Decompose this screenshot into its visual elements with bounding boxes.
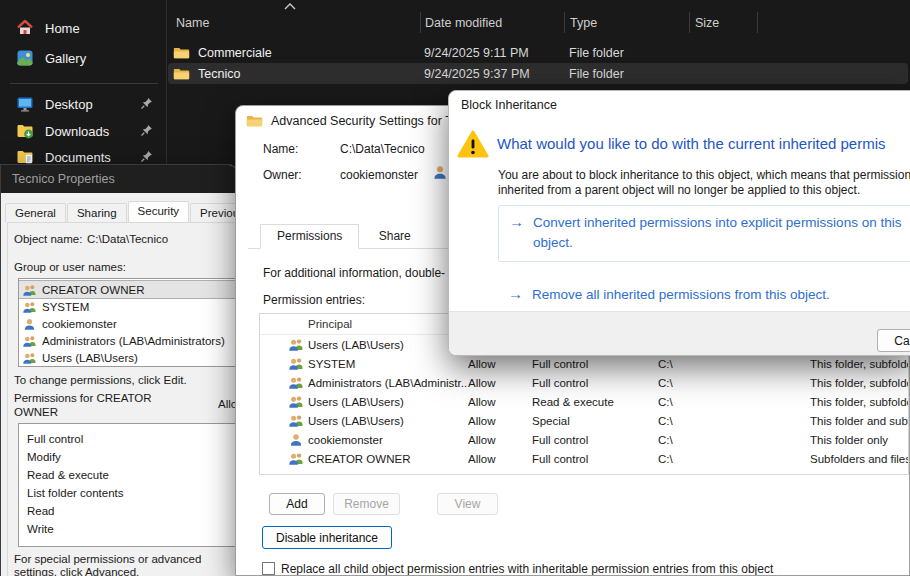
cancel-button[interactable]: Cancel: [877, 329, 910, 352]
dialog-title: Advanced Security Settings for Te: [271, 114, 458, 128]
group-item-label: Users (LAB\Users): [42, 352, 138, 364]
group-item-users[interactable]: Users (LAB\Users): [19, 349, 237, 366]
column-divider[interactable]: [564, 12, 565, 33]
folder-icon: [173, 67, 190, 81]
group-item-system[interactable]: SYSTEM: [19, 298, 237, 315]
owner-user-icon: [432, 165, 448, 179]
permission-label: List folder contents: [27, 487, 124, 499]
owner-label: Owner:: [263, 168, 302, 182]
column-header-name[interactable]: Name: [176, 16, 209, 30]
group-icon: [288, 452, 304, 465]
permission-entry-row[interactable]: cookiemonster Allow Full control C:\ Thi…: [260, 430, 908, 449]
add-button[interactable]: Add: [269, 493, 325, 515]
entry-inherited-from: C:\: [658, 396, 810, 408]
group-user-listbox: CREATOR OWNER SYSTEM cookiemonster Admin…: [18, 278, 237, 367]
permission-entry-row[interactable]: Users (LAB\Users) Allow Special C:\ This…: [260, 411, 908, 430]
dialog-title: Tecnico Properties: [1, 165, 236, 193]
remove-button[interactable]: Remove: [333, 493, 400, 515]
home-icon: [16, 19, 34, 37]
name-label: Name:: [263, 142, 298, 156]
permission-item-write[interactable]: Write: [19, 520, 237, 538]
remove-permissions-command-link[interactable]: → Remove all inherited permissions from …: [498, 281, 910, 307]
file-name: Tecnico: [198, 67, 424, 81]
remove-permissions-label: Remove all inherited permissions from th…: [532, 285, 830, 305]
convert-permissions-label: Convert inherited permissions into expli…: [533, 213, 910, 253]
permission-item-list-folder-contents[interactable]: List folder contents: [19, 484, 237, 502]
view-button[interactable]: View: [437, 493, 498, 515]
entry-type: Allow: [468, 453, 532, 465]
entry-principal: cookiemonster: [308, 434, 468, 446]
tab-sharing[interactable]: Sharing: [67, 203, 127, 222]
permission-item-read-execute[interactable]: Read & execute: [19, 466, 237, 484]
file-row-commerciale[interactable]: Commerciale 9/24/2025 9:11 PM File folde…: [168, 42, 908, 63]
pin-icon: [140, 150, 153, 163]
folder-icon: [246, 114, 263, 128]
tab-general[interactable]: General: [5, 203, 66, 222]
file-row-tecnico[interactable]: Tecnico 9/24/2025 9:37 PM File folder: [168, 63, 908, 84]
advanced-hint-text: For special permissions or advanced sett…: [14, 553, 237, 576]
entry-applies-to: This folder and subfo...: [810, 415, 909, 427]
file-date-modified: 9/24/2025 9:37 PM: [424, 67, 569, 81]
entry-type: Allow: [468, 358, 532, 370]
sidebar-item-label: Documents: [45, 150, 111, 165]
group-item-creator-owner[interactable]: CREATOR OWNER: [19, 281, 237, 298]
gallery-icon: [16, 49, 34, 67]
file-type: File folder: [569, 67, 694, 81]
column-header-type[interactable]: Type: [570, 16, 597, 30]
column-divider[interactable]: [689, 12, 690, 33]
permission-label: Write: [27, 523, 54, 535]
column-divider[interactable]: [420, 12, 421, 33]
entry-access: Full control: [532, 358, 658, 370]
replace-permissions-checkbox[interactable]: [262, 562, 275, 575]
permission-item-full-control[interactable]: Full control: [19, 430, 237, 448]
sidebar-item-desktop[interactable]: Desktop: [6, 91, 162, 117]
dialog-footer: Cancel: [449, 311, 910, 356]
permission-entry-row[interactable]: Administrators (LAB\Administr... Allow F…: [260, 373, 908, 392]
object-name-value: C:\Data\Tecnico: [87, 233, 168, 245]
sidebar-item-home[interactable]: Home: [6, 15, 162, 41]
column-header-size[interactable]: Size: [695, 16, 719, 30]
security-tab-page: Object name: C:\Data\Tecnico Group or us…: [7, 222, 237, 576]
group-icon: [22, 352, 37, 364]
entry-principal: SYSTEM: [308, 358, 468, 370]
entry-applies-to: This folder, subfolde...: [810, 377, 909, 389]
tab-permissions[interactable]: Permissions: [260, 224, 359, 249]
permission-entry-row[interactable]: Users (LAB\Users) Allow Read & execute C…: [260, 392, 908, 411]
column-header-date-modified[interactable]: Date modified: [425, 16, 502, 30]
group-icon: [22, 335, 37, 347]
entry-type: Allow: [468, 396, 532, 408]
entry-inherited-from: C:\: [658, 358, 810, 370]
block-inheritance-dialog: Block Inheritance What would you like to…: [448, 90, 910, 356]
entry-type: Allow: [468, 415, 532, 427]
principal-column-header[interactable]: Principal: [308, 318, 468, 330]
group-item-cookiemonster[interactable]: cookiemonster: [19, 315, 237, 332]
entry-inherited-from: C:\: [658, 415, 810, 427]
arrow-right-icon: →: [509, 213, 524, 230]
sidebar-item-gallery[interactable]: Gallery: [6, 45, 162, 71]
permission-entry-row[interactable]: CREATOR OWNER Allow Full control C:\ Sub…: [260, 449, 908, 468]
body-text-line-2: inherited from a parent object will no l…: [498, 183, 860, 197]
entry-access: Full control: [532, 453, 658, 465]
entry-inherited-from: C:\: [658, 453, 810, 465]
entry-access: Special: [532, 415, 658, 427]
sidebar-item-downloads[interactable]: Downloads: [6, 118, 162, 144]
main-instruction-text: What would you like to do with the curre…: [497, 135, 886, 152]
convert-permissions-command-link[interactable]: → Convert inherited permissions into exp…: [498, 205, 910, 262]
permission-item-modify[interactable]: Modify: [19, 448, 237, 466]
pin-icon: [140, 124, 153, 137]
permission-label: Full control: [27, 433, 83, 445]
group-item-administrators[interactable]: Administrators (LAB\Administrators): [19, 332, 237, 349]
tab-previous-versions[interactable]: Previous Versions: [190, 203, 237, 222]
tab-security[interactable]: Security: [128, 201, 190, 222]
permission-entry-row[interactable]: SYSTEM Allow Full control C:\ This folde…: [260, 354, 908, 373]
disable-inheritance-button[interactable]: Disable inheritance: [262, 526, 392, 549]
replace-permissions-label: Replace all child object permission entr…: [281, 562, 901, 576]
downloads-icon: [16, 122, 34, 140]
permission-item-read[interactable]: Read: [19, 502, 237, 520]
permission-label: Read & execute: [27, 469, 109, 481]
group-icon: [288, 338, 304, 351]
arrow-right-icon: →: [508, 285, 523, 302]
column-divider[interactable]: [757, 12, 758, 33]
tab-share[interactable]: Share: [363, 225, 427, 248]
entry-principal: Users (LAB\Users): [308, 396, 468, 408]
